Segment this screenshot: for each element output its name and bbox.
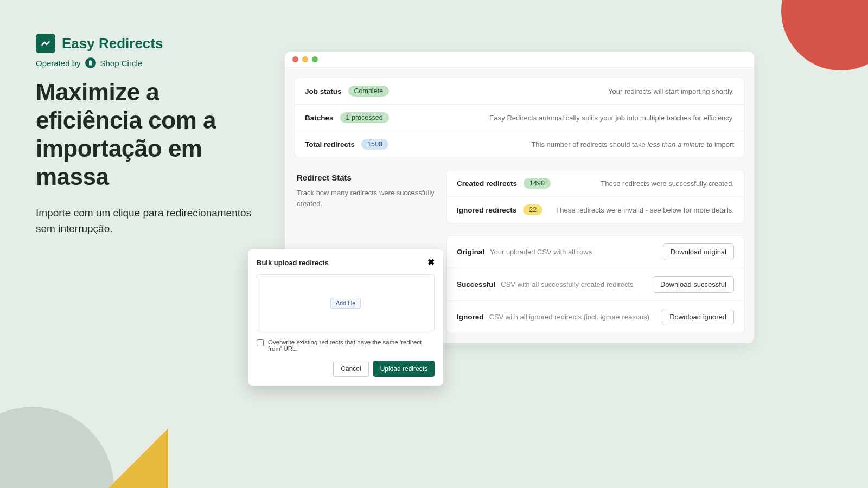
- batches-row: Batches 1 processed Easy Redirects autom…: [295, 105, 744, 131]
- marketing-subtext: Importe com um clique para redirecioname…: [36, 205, 264, 237]
- operated-by-label: Operated by: [36, 59, 81, 68]
- stats-title: Redirect Stats: [297, 173, 436, 182]
- shop-circle-icon: [85, 57, 96, 68]
- file-dropzone[interactable]: Add file: [257, 274, 435, 331]
- total-redirects-row: Total redirects 1500 This number of redi…: [295, 131, 744, 157]
- redirect-stats-section: Redirect Stats Track how many redirects …: [295, 170, 744, 223]
- marketing-headline: Maximize a eficiência com a importação e…: [36, 78, 264, 191]
- total-desc-em: less than a minute: [647, 140, 705, 149]
- overwrite-label: Overwrite existing redirects that have t…: [268, 339, 435, 352]
- status-card: Job status Complete Your redirects will …: [295, 78, 744, 158]
- operated-by-row: Operated by Shop Circle: [36, 57, 264, 68]
- batches-desc: Easy Redirects automatically splits your…: [489, 114, 734, 122]
- successful-desc: CSV with all successfully created redire…: [501, 280, 633, 288]
- decorative-circle-red: [781, 0, 868, 70]
- download-ignored-row: Ignored CSV with all ignored redirects (…: [447, 301, 744, 333]
- close-dot-icon[interactable]: [292, 56, 298, 62]
- marketing-column: Easy Redirects Operated by Shop Circle M…: [36, 34, 264, 237]
- operator-name: Shop Circle: [100, 59, 143, 68]
- decorative-triangle-yellow: [92, 428, 168, 488]
- bulk-upload-modal: Bulk upload redirects ✖ Add file Overwri…: [248, 249, 443, 386]
- original-desc: Your uploaded CSV with all rows: [490, 248, 592, 256]
- total-desc-pre: This number of redirects should take: [531, 140, 647, 149]
- upload-redirects-button[interactable]: Upload redirects: [373, 361, 435, 377]
- brand-name: Easy Redirects: [62, 35, 163, 52]
- download-original-row: Original Your uploaded CSV with all rows…: [447, 236, 744, 268]
- close-icon[interactable]: ✖: [427, 258, 435, 267]
- batches-label: Batches: [305, 114, 334, 122]
- brand-row: Easy Redirects: [36, 34, 264, 53]
- maximize-dot-icon[interactable]: [312, 56, 318, 62]
- overwrite-checkbox[interactable]: [257, 339, 264, 346]
- total-pill: 1500: [361, 139, 388, 150]
- download-successful-button[interactable]: Download successful: [653, 276, 734, 293]
- job-status-desc: Your redirects will start importing shor…: [608, 87, 734, 95]
- created-desc: These redirects were successfully create…: [601, 179, 734, 188]
- job-status-row: Job status Complete Your redirects will …: [295, 78, 744, 105]
- total-desc: This number of redirects should take les…: [531, 140, 734, 149]
- successful-label: Successful: [457, 280, 495, 288]
- created-pill: 1490: [524, 178, 551, 189]
- ignored-dl-desc: CSV with all ignored redirects (incl. ig…: [489, 313, 650, 321]
- download-ignored-button[interactable]: Download ignored: [662, 309, 734, 325]
- total-desc-post: to import: [705, 140, 734, 149]
- download-original-button[interactable]: Download original: [663, 243, 734, 260]
- ignored-dl-label: Ignored: [457, 313, 484, 321]
- created-label: Created redirects: [457, 179, 517, 188]
- overwrite-checkbox-row[interactable]: Overwrite existing redirects that have t…: [257, 339, 435, 352]
- job-status-pill: Complete: [348, 86, 390, 97]
- window-traffic-lights: [285, 52, 754, 68]
- job-status-label: Job status: [305, 87, 342, 95]
- download-successful-row: Successful CSV with all successfully cre…: [447, 268, 744, 301]
- ignored-redirects-row: Ignored redirects 22 These redirects wer…: [447, 197, 744, 223]
- total-label: Total redirects: [305, 140, 355, 149]
- ignored-pill: 22: [523, 204, 542, 215]
- created-redirects-row: Created redirects 1490 These redirects w…: [447, 170, 744, 197]
- ignored-label: Ignored redirects: [457, 206, 516, 214]
- brand-logo-icon: [36, 34, 55, 53]
- modal-title: Bulk upload redirects: [257, 259, 329, 267]
- cancel-button[interactable]: Cancel: [333, 361, 368, 377]
- add-file-button[interactable]: Add file: [330, 298, 361, 309]
- ignored-desc: These redirects were invalid - see below…: [556, 206, 734, 214]
- batches-pill: 1 processed: [340, 112, 389, 123]
- minimize-dot-icon[interactable]: [302, 56, 308, 62]
- stats-subtext: Track how many redirects were successful…: [297, 188, 436, 209]
- original-label: Original: [457, 248, 484, 256]
